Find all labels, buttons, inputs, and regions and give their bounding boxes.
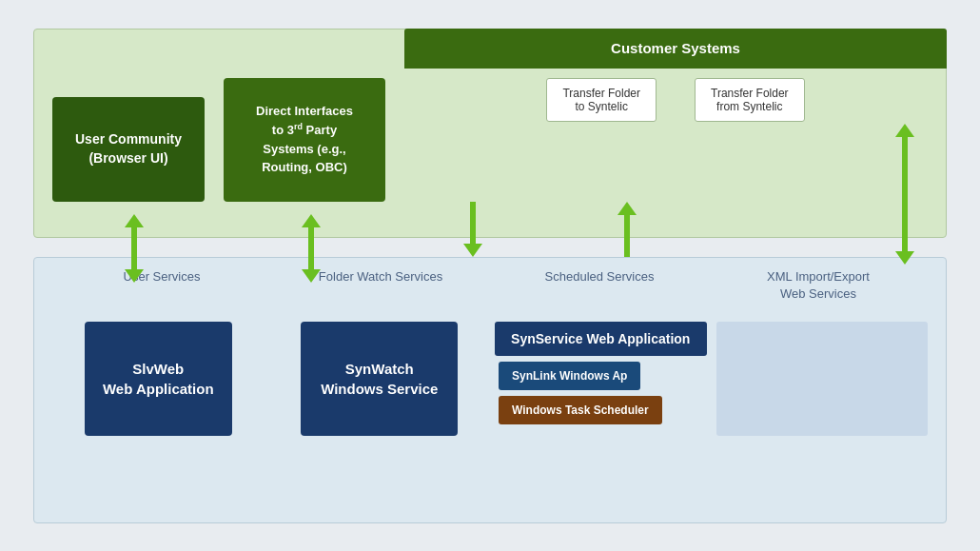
synservice-label: SynService Web Application	[511, 331, 690, 346]
direct-interfaces-label: Direct Interfacesto 3rd PartySystems (e.…	[256, 102, 353, 176]
service-boxes: SlvWebWeb Application SynWatchWindows Se…	[33, 322, 947, 436]
arrow-direct-interfaces	[302, 214, 321, 283]
scheduled-services-stack: SynService Web Application SynLink Windo…	[495, 322, 707, 424]
col-label-xml: XML Import/ExportWeb Services	[709, 265, 928, 303]
diagram-container: Customer Systems Transfer Folderto Synte…	[33, 29, 947, 523]
arrow-head-up-xml	[895, 124, 914, 137]
arrow-shaft-direct	[308, 227, 314, 269]
column-labels: User Services Folder Watch Services Sche…	[33, 265, 947, 303]
transfer-folder-from: Transfer Folderfrom Syntelic	[695, 78, 805, 122]
direct-interfaces-box: Direct Interfacesto 3rd PartySystems (e.…	[224, 78, 385, 202]
transfer-folder-to: Transfer Folderto Syntelic	[546, 78, 657, 122]
xml-col	[716, 322, 929, 436]
synlink-label: SynLink Windows Ap	[512, 369, 627, 383]
arrow-head-up-user	[125, 214, 144, 227]
arrow-head-up-transfer-from	[617, 202, 637, 215]
arrow-shaft-transfer-from	[624, 215, 630, 257]
arrow-shaft-transfer-to	[470, 202, 476, 244]
task-scheduler-bar: Windows Task Scheduler	[499, 396, 662, 424]
customer-systems-label: Customer Systems	[611, 40, 740, 56]
arrow-xml	[895, 124, 914, 265]
synservice-bar: SynService Web Application	[495, 322, 707, 356]
slvweb-label: SlvWebWeb Application	[103, 359, 214, 399]
arrow-head-down-transfer-to	[463, 244, 482, 257]
slvweb-box: SlvWebWeb Application	[85, 322, 232, 436]
arrow-user-community	[125, 214, 144, 283]
user-services-col: SlvWebWeb Application	[52, 322, 265, 436]
scheduled-col: SynService Web Application SynLink Windo…	[495, 322, 707, 424]
synwatch-box: SynWatchWindows Service	[301, 322, 458, 436]
arrow-transfer-from	[617, 202, 637, 257]
arrow-head-down-direct	[302, 269, 321, 283]
arrow-transfer-to	[463, 202, 482, 257]
synlink-bar: SynLink Windows Ap	[499, 362, 640, 390]
user-community-label: User Community(Browser UI)	[75, 130, 182, 167]
transfer-boxes: Transfer Folderto Syntelic Transfer Fold…	[404, 78, 947, 122]
folder-watch-col: SynWatchWindows Service	[274, 322, 486, 436]
col-label-scheduled: Scheduled Services	[490, 265, 709, 303]
arrow-head-down-xml	[895, 251, 914, 265]
arrow-head-up-direct	[302, 214, 321, 227]
task-scheduler-label: Windows Task Scheduler	[512, 403, 649, 417]
arrow-shaft-user	[131, 227, 137, 269]
xml-services-area	[716, 322, 929, 436]
user-community-box: User Community(Browser UI)	[52, 97, 205, 202]
customer-systems-bar: Customer Systems	[404, 29, 947, 69]
arrow-head-down-user	[125, 269, 144, 283]
arrow-shaft-xml	[902, 137, 908, 251]
col-label-user-services: User Services	[52, 265, 271, 303]
synwatch-label: SynWatchWindows Service	[321, 359, 438, 399]
